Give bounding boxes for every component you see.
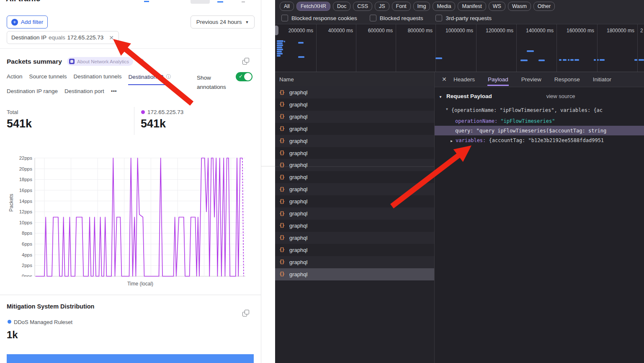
detail-tab-initiator[interactable]: Initiator [592, 73, 612, 86]
tab-label: ••• [111, 88, 117, 94]
tab-destination-tunnels[interactable]: Destination tunnels [74, 73, 122, 83]
filter-chip[interactable]: Destination IP equals 172.65.225.73 ✕ [7, 31, 119, 44]
request-payload-title: Request Payload [446, 93, 492, 99]
network-filter-bar: AllFetch/XHRDocCSSJSFontImgMediaManifest… [275, 0, 644, 12]
timeline-gridline [316, 24, 317, 72]
checkbox-label: Blocked requests [380, 15, 423, 21]
tab-destination-ip[interactable]: Destination IPⓘ [128, 73, 171, 85]
payload-key: operationName: [455, 118, 497, 124]
cropped-toolbar-artifact [242, 1, 245, 3]
network-filter-pill-wasm[interactable]: Wasm [508, 2, 531, 11]
collapse-triangle-icon[interactable]: ▼ [446, 107, 448, 113]
y-tick-label: 10pps [19, 220, 33, 225]
add-filter-button[interactable]: + Add filter [7, 16, 48, 29]
view-source-link[interactable]: view source [546, 93, 575, 99]
tab-source-tunnels[interactable]: Source tunnels [29, 73, 67, 83]
detail-tab-headers[interactable]: Headers [453, 73, 475, 86]
tab--[interactable]: ••• [111, 88, 117, 98]
request-row[interactable]: {}graphql [275, 256, 434, 268]
network-filter-pill-css[interactable]: CSS [353, 2, 372, 11]
page-title: All traffic [6, 0, 40, 3]
timeline-tick-label: 400000 ms [328, 28, 353, 34]
json-braces-icon: {} [279, 187, 287, 192]
network-filter-pill-ws[interactable]: WS [489, 2, 505, 11]
timeline-request-bar [435, 57, 442, 59]
request-name: graphql [289, 126, 307, 132]
request-row[interactable]: {}graphql [275, 135, 434, 147]
time-range-dropdown[interactable]: Previous 24 hours ▼ [191, 16, 255, 29]
packets-summary-title: Packets summary [7, 58, 62, 65]
network-filter-pill-all[interactable]: All [280, 2, 294, 11]
expand-triangle-icon[interactable]: ▶ [451, 139, 453, 143]
payload-value: "ipFlowTimeseries" [500, 118, 555, 124]
about-network-analytics-badge[interactable]: About Network Analytics [67, 57, 133, 66]
tab-destination-port[interactable]: Destination port [64, 88, 104, 98]
detail-tab-response[interactable]: Response [554, 73, 580, 86]
network-filter-pill-fetch-xhr[interactable]: Fetch/XHR [296, 2, 330, 11]
detail-tab-preview[interactable]: Preview [521, 73, 542, 86]
request-row[interactable]: {}graphql [275, 147, 434, 159]
tab-action[interactable]: Action [7, 73, 23, 83]
timeline-tick-label: 200000 ms [289, 28, 313, 34]
filter-value: 172.65.225.73 [67, 34, 103, 41]
filter-operator: equals [49, 34, 65, 41]
network-filter-pill-img[interactable]: Img [413, 2, 430, 11]
timeline-handle[interactable] [275, 26, 278, 35]
mitigation-title: Mitigation System Distribution [7, 303, 94, 310]
json-braces-icon: {} [279, 247, 287, 253]
name-column-header[interactable]: Name [275, 72, 434, 87]
book-icon [69, 59, 75, 64]
divider [0, 48, 261, 49]
json-braces-icon: {} [279, 162, 287, 168]
y-tick-label: 16pps [19, 188, 33, 193]
request-name: graphql [289, 186, 307, 192]
info-icon[interactable]: ⓘ [166, 73, 171, 80]
network-filter-pill-font[interactable]: Font [392, 2, 411, 11]
checkbox-icon[interactable] [435, 15, 442, 21]
checkbox-icon[interactable] [281, 15, 288, 21]
y-tick-label: 22pps [19, 156, 33, 161]
request-row[interactable]: {}graphql [275, 86, 434, 99]
request-row[interactable]: {}graphql [275, 244, 434, 256]
tab-label: Destination tunnels [74, 73, 122, 80]
expand-card-icon[interactable] [242, 310, 249, 316]
network-option: Blocked requests [370, 15, 423, 21]
timeline-tick-label: 600000 ms [368, 28, 393, 34]
tab-destination-ip-range[interactable]: Destination IP range [7, 88, 58, 98]
check-icon: ✓ [239, 73, 243, 79]
show-annotations-label: Show annotations [197, 73, 235, 91]
y-tick-label: 14pps [19, 199, 33, 204]
request-row[interactable]: {}graphql [275, 183, 434, 195]
expand-card-icon[interactable] [242, 58, 249, 65]
timeline-request-bar [277, 42, 283, 44]
request-row[interactable]: {}graphql [275, 171, 434, 183]
request-row[interactable]: {}graphql [275, 268, 434, 280]
request-row[interactable]: {}graphql [275, 195, 434, 207]
show-annotations-toggle[interactable]: ✓ [236, 72, 252, 81]
stat-ip-value: 541k [141, 117, 166, 130]
request-row[interactable]: {}graphql [275, 123, 434, 135]
request-row[interactable]: {}graphql [275, 207, 434, 220]
network-filter-pill-other[interactable]: Other [533, 2, 555, 11]
checkbox-icon[interactable] [370, 15, 376, 21]
y-axis-title: Packets [8, 194, 14, 212]
remove-filter-icon[interactable]: ✕ [109, 34, 114, 41]
network-filter-pill-manifest[interactable]: Manifest [458, 2, 486, 11]
request-row[interactable]: {}graphql [275, 111, 434, 123]
network-filter-pill-doc[interactable]: Doc [333, 2, 350, 11]
json-braces-icon: {} [279, 101, 287, 107]
request-row[interactable]: {}graphql [275, 159, 434, 171]
network-filter-pill-media[interactable]: Media [433, 2, 455, 11]
timeline-request-bar [570, 59, 574, 61]
collapse-triangle-icon[interactable]: ▼ [439, 95, 442, 99]
request-row[interactable]: {}graphql [275, 232, 434, 244]
json-braces-icon: {} [279, 259, 287, 265]
request-row[interactable]: {}graphql [275, 99, 434, 111]
detail-tab-payload[interactable]: Payload [487, 73, 509, 86]
mitigation-bar[interactable] [7, 354, 254, 363]
close-icon[interactable]: ✕ [442, 76, 447, 83]
request-row[interactable]: {}graphql [275, 220, 434, 232]
y-tick-label: 20pps [19, 166, 33, 171]
network-filter-pill-js[interactable]: JS [375, 2, 389, 11]
network-overview-timeline[interactable]: 200000 ms400000 ms600000 ms800000 ms1000… [275, 24, 644, 72]
